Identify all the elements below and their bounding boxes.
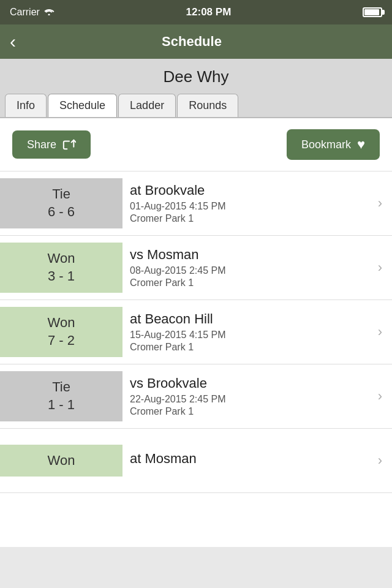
- date-0: 01-Aug-2015 4:15 PM: [130, 201, 361, 212]
- heart-icon: ♥: [357, 137, 365, 153]
- result-line2-0: 6 - 6: [48, 203, 75, 221]
- tab-ladder[interactable]: Ladder: [118, 94, 176, 117]
- share-button[interactable]: Share: [12, 130, 91, 159]
- chevron-4: ›: [368, 453, 392, 469]
- back-button[interactable]: ‹: [10, 32, 26, 51]
- match-cell-2: at Beacon Hill 15-Aug-2015 4:15 PM Crome…: [123, 305, 368, 359]
- schedule-row-3[interactable]: Tie 1 - 1 vs Brookvale 22-Aug-2015 2:45 …: [0, 364, 392, 429]
- tab-info[interactable]: Info: [5, 94, 47, 117]
- result-cell-2: Won 7 - 2: [0, 307, 123, 356]
- share-icon: [62, 138, 76, 151]
- match-cell-0: at Brookvale 01-Aug-2015 4:15 PM Cromer …: [123, 176, 368, 230]
- match-cell-4: at Mosman: [123, 445, 368, 477]
- header-title: Schedule: [26, 34, 358, 50]
- opponent-3: vs Brookvale: [130, 375, 361, 391]
- team-name-section: Dee Why Info Schedule Ladder Rounds: [0, 59, 392, 118]
- carrier-label: Carrier: [10, 7, 40, 18]
- battery-icon: [363, 7, 382, 17]
- team-name: Dee Why: [0, 67, 392, 86]
- content-area: Share Bookmark ♥ Tie 6 - 6 at Brookvale …: [0, 118, 392, 547]
- result-line1-1: Won: [48, 250, 75, 268]
- result-line2-2: 7 - 2: [48, 332, 75, 350]
- chevron-0: ›: [368, 195, 392, 211]
- opponent-4: at Mosman: [130, 451, 361, 467]
- wifi-icon: [43, 7, 55, 18]
- match-cell-1: vs Mosman 08-Aug-2015 2:45 PM Cromer Par…: [123, 241, 368, 295]
- date-2: 15-Aug-2015 4:15 PM: [130, 330, 361, 341]
- opponent-0: at Brookvale: [130, 183, 361, 198]
- venue-3: Cromer Park 1: [130, 406, 361, 417]
- chevron-1: ›: [368, 260, 392, 276]
- bookmark-label: Bookmark: [301, 138, 351, 151]
- result-cell-4: Won: [0, 445, 123, 477]
- status-time: 12:08 PM: [186, 6, 232, 18]
- venue-0: Cromer Park 1: [130, 213, 361, 224]
- match-cell-3: vs Brookvale 22-Aug-2015 2:45 PM Cromer …: [123, 369, 368, 423]
- result-line1-3: Tie: [52, 379, 70, 396]
- schedule-list: Tie 6 - 6 at Brookvale 01-Aug-2015 4:15 …: [0, 172, 392, 493]
- result-line1-2: Won: [48, 314, 75, 332]
- result-cell-0: Tie 6 - 6: [0, 178, 123, 228]
- status-bar: Carrier 12:08 PM: [0, 0, 392, 24]
- tab-schedule[interactable]: Schedule: [48, 94, 117, 117]
- date-1: 08-Aug-2015 2:45 PM: [130, 265, 361, 276]
- date-3: 22-Aug-2015 2:45 PM: [130, 394, 361, 405]
- bookmark-button[interactable]: Bookmark ♥: [287, 129, 380, 160]
- schedule-row-4[interactable]: Won at Mosman ›: [0, 429, 392, 493]
- venue-1: Cromer Park 1: [130, 277, 361, 288]
- share-label: Share: [27, 138, 56, 151]
- result-line2-3: 1 - 1: [48, 396, 75, 414]
- opponent-1: vs Mosman: [130, 247, 361, 263]
- result-cell-3: Tie 1 - 1: [0, 371, 123, 421]
- result-line1-0: Tie: [52, 186, 70, 203]
- chevron-3: ›: [368, 388, 392, 404]
- opponent-2: at Beacon Hill: [130, 311, 361, 327]
- chevron-2: ›: [368, 324, 392, 340]
- result-line1-4: Won: [48, 452, 75, 470]
- schedule-row-0[interactable]: Tie 6 - 6 at Brookvale 01-Aug-2015 4:15 …: [0, 172, 392, 236]
- schedule-row-1[interactable]: Won 3 - 1 vs Mosman 08-Aug-2015 2:45 PM …: [0, 236, 392, 300]
- venue-2: Cromer Park 1: [130, 342, 361, 353]
- tab-rounds[interactable]: Rounds: [177, 94, 238, 117]
- schedule-row-2[interactable]: Won 7 - 2 at Beacon Hill 15-Aug-2015 4:1…: [0, 300, 392, 364]
- result-cell-1: Won 3 - 1: [0, 243, 123, 292]
- tabs-bar: Info Schedule Ladder Rounds: [0, 94, 392, 118]
- header: ‹ Schedule: [0, 24, 392, 59]
- result-line2-1: 3 - 1: [48, 268, 75, 285]
- carrier-info: Carrier: [10, 7, 55, 18]
- action-row: Share Bookmark ♥: [0, 118, 392, 172]
